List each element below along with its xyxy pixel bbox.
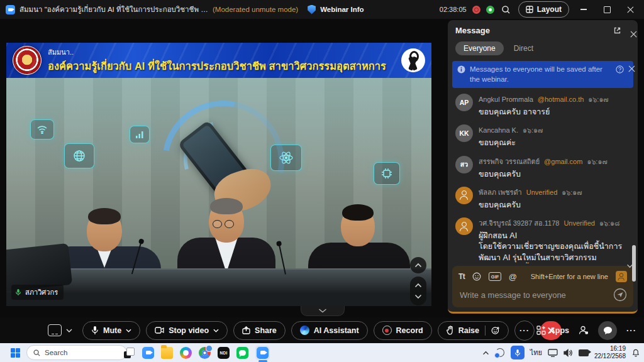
camera-icon xyxy=(155,327,164,334)
gallery-pager[interactable] xyxy=(410,277,426,305)
sender-name: Kancahna K. xyxy=(479,126,518,134)
toolbar-center: Mute Stop video Share AI Assistant Recor… xyxy=(82,317,562,343)
message-text: ขอบคุณครับ xyxy=(479,200,582,211)
raise-hand-icon xyxy=(447,326,454,335)
close-button[interactable] xyxy=(621,1,639,18)
emoji-icon[interactable] xyxy=(472,272,481,281)
tab-direct[interactable]: Direct xyxy=(514,44,533,53)
layout-label: Layout xyxy=(537,5,562,14)
chevron-down-icon[interactable] xyxy=(414,294,422,299)
maximize-button[interactable] xyxy=(598,1,616,18)
caption-control[interactable] xyxy=(48,317,72,343)
share-screen-icon xyxy=(242,326,250,334)
windows-start-button[interactable] xyxy=(11,348,20,358)
tray-camera-icon[interactable] xyxy=(579,349,589,356)
ndi-app-icon[interactable]: NDI xyxy=(218,347,230,359)
mic-active-icon xyxy=(15,288,21,296)
record-label: Record xyxy=(396,326,423,335)
taskbar-search[interactable]: Search xyxy=(26,345,127,360)
system-tray: ไทย 16:19 22/12/2568 xyxy=(482,343,640,362)
globe-icon xyxy=(64,143,94,168)
tray-expand-icon[interactable] xyxy=(482,351,489,355)
chat-compose-box: Tt GIF @ Shift+Enter for a new line xyxy=(452,266,633,307)
speaker-video-tile[interactable]: สัมมนา.. องค์ความรู้เกี่ยวกับ AI ที่ใช้ใ… xyxy=(6,43,431,306)
chrome-icon[interactable] xyxy=(199,347,211,359)
layout-button[interactable]: Layout xyxy=(518,1,569,18)
cast-screen-icon[interactable] xyxy=(548,349,558,357)
avatar: KK xyxy=(455,124,473,142)
format-text-icon[interactable]: Tt xyxy=(458,272,465,281)
tray-mic-active-icon[interactable] xyxy=(511,346,525,359)
tab-everyone[interactable]: Everyone xyxy=(455,41,504,55)
notifications-icon[interactable] xyxy=(631,348,640,357)
apps-button[interactable]: Apps xyxy=(536,326,569,335)
send-message-icon[interactable] xyxy=(613,288,627,302)
title-bar: สัมมนา "องค์ความรู้เกี่ยวกับ AI ที่ใช้ใน… xyxy=(0,0,644,19)
reactions-icon[interactable] xyxy=(491,326,500,335)
file-explorer-icon[interactable] xyxy=(161,347,173,359)
sender-name: พัลลภ เพชรดำ xyxy=(479,187,522,198)
help-icon[interactable] xyxy=(616,65,624,74)
language-indicator[interactable]: ไทย xyxy=(530,347,542,358)
stop-video-button[interactable]: Stop video xyxy=(146,321,228,340)
tray-app-icon[interactable] xyxy=(495,348,505,358)
avatar-person-icon xyxy=(455,187,473,204)
record-button[interactable]: Record xyxy=(374,321,432,340)
sender-detail: Unverified xyxy=(564,219,595,227)
more-toolbar-button[interactable]: ··· xyxy=(626,326,636,335)
connection-indicator-icon[interactable] xyxy=(486,6,494,14)
sender-name: สรรพกิจ วรรณสถิตย์ xyxy=(479,156,540,167)
mic-icon xyxy=(91,326,99,335)
chevron-down-icon[interactable] xyxy=(213,329,219,332)
video-strip-collapse-tab[interactable] xyxy=(301,306,345,316)
webinar-info-button[interactable]: Webinar Info xyxy=(320,6,364,13)
copilot-icon[interactable] xyxy=(180,347,192,359)
speaker-icon[interactable] xyxy=(564,349,573,357)
mute-button[interactable]: Mute xyxy=(82,321,140,340)
compose-toolbar: Tt GIF @ Shift+Enter for a new line xyxy=(458,271,627,282)
line-app-icon[interactable] xyxy=(236,347,248,359)
toolbar-right: Apps ··· xyxy=(536,317,636,343)
zoom-app-icon xyxy=(257,347,269,359)
mute-label: Mute xyxy=(103,326,121,335)
minimize-button[interactable] xyxy=(575,1,592,18)
more-options-button[interactable]: ··· xyxy=(514,321,535,341)
share-button[interactable]: Share xyxy=(233,321,286,340)
sender-detail: @hotmail.co.th xyxy=(538,96,584,103)
participant-name: สภาวิศวกร xyxy=(25,287,58,298)
recipient-icon[interactable] xyxy=(616,271,627,282)
chat-message-list[interactable]: AP Angkul Prommala@hotmail.co.th๑๖:๑๗ ขอ… xyxy=(448,88,638,263)
taskbar-clock[interactable]: 16:19 22/12/2568 xyxy=(594,345,626,360)
divider xyxy=(485,326,486,336)
sender-detail: @gmail.com xyxy=(544,158,582,165)
gallery-scroll-up-button[interactable] xyxy=(410,257,426,273)
record-icon xyxy=(382,326,392,335)
zoom-search-icon[interactable] xyxy=(500,3,513,16)
taskbar-apps: NDI xyxy=(123,343,270,362)
message-text: ขอบคุณครับ xyxy=(479,169,608,180)
ai-assistant-button[interactable]: AI Assistant xyxy=(291,321,368,340)
zoom-app-icon[interactable] xyxy=(142,347,154,359)
raise-hand-button[interactable]: Raise xyxy=(438,321,509,340)
moderated-mode-label: (Moderated unmute mode) xyxy=(213,6,298,13)
avatar-person-icon xyxy=(455,217,473,235)
chat-scrollbar-thumb[interactable] xyxy=(632,245,636,282)
windows-taskbar: Search NDI ไทย 16:19 22/12/2568 xyxy=(0,343,644,362)
recording-indicator-icon[interactable] xyxy=(472,6,480,14)
chat-message-input[interactable] xyxy=(458,290,608,300)
jump-to-latest-icon[interactable] xyxy=(626,264,633,268)
participants-button[interactable] xyxy=(579,326,589,335)
zoom-app-active[interactable] xyxy=(255,346,270,360)
mention-icon[interactable]: @ xyxy=(509,272,517,282)
banner-line2: องค์ความรู้เกี่ยวกับ AI ที่ใช้ในการประกอ… xyxy=(48,58,386,74)
chat-button-active[interactable] xyxy=(598,321,617,340)
popout-icon[interactable] xyxy=(613,26,621,35)
chevron-down-icon[interactable] xyxy=(66,329,72,332)
chevron-down-icon[interactable] xyxy=(126,329,131,332)
recording-timer: 02:38:05 xyxy=(440,6,467,13)
chevron-up-icon[interactable] xyxy=(414,283,422,288)
task-view-icon[interactable] xyxy=(123,347,135,359)
shirt xyxy=(215,238,238,273)
shield-icon xyxy=(308,5,316,14)
gif-icon[interactable]: GIF xyxy=(489,272,501,281)
